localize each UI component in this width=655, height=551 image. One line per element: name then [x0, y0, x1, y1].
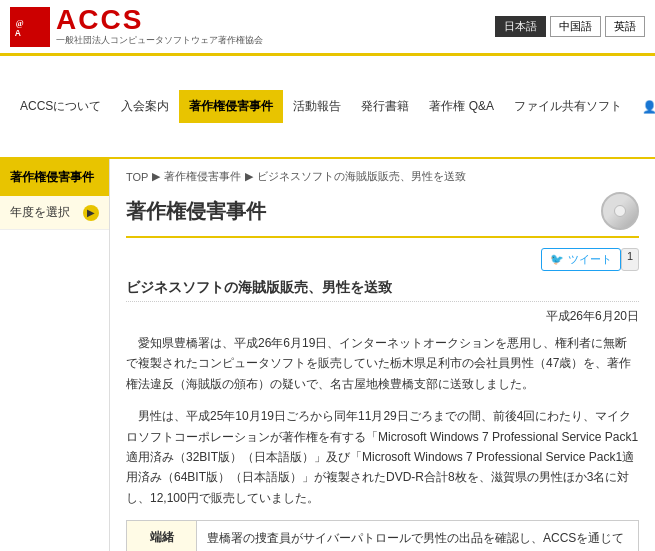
cd-icon [601, 192, 639, 230]
article-body-2: 男性は、平成25年10月19日ごろから同年11月29日ごろまでの間、前後4回にわ… [126, 406, 639, 508]
page-title-area: 著作権侵害事件 [126, 192, 639, 238]
main-content: TOP ▶ 著作権侵害事件 ▶ ビジネスソフトの海賊版販売、男性を送致 著作権侵… [110, 159, 655, 551]
twitter-icon: 🐦 [550, 253, 564, 266]
article-body-1: 愛知県豊橋署は、平成26年6月19日、インターネットオークションを悪用し、権利者… [126, 333, 639, 394]
lang-japanese-button[interactable]: 日本語 [495, 16, 546, 37]
content-area: 著作権侵害事件 年度を選択 ▶ TOP ▶ 著作権侵害事件 ▶ ビジネスソフトの… [0, 159, 655, 551]
nav-item-copyright[interactable]: 著作権侵害事件 [179, 90, 283, 123]
article-heading: ビジネスソフトの海賊版販売、男性を送致 [126, 279, 639, 302]
table-label-0: 端緒 [127, 521, 197, 551]
article-date: 平成26年6月20日 [126, 308, 639, 325]
breadcrumb-top[interactable]: TOP [126, 171, 148, 183]
sidebar-year-label: 年度を選択 [10, 204, 70, 221]
lang-english-button[interactable]: 英語 [605, 16, 645, 37]
logo-icon: @ A [10, 7, 50, 47]
tweet-button[interactable]: 🐦 ツイート [541, 248, 621, 271]
sidebar-year-select[interactable]: 年度を選択 ▶ [0, 196, 109, 230]
tweet-count: 1 [621, 248, 639, 271]
logo-accs: ACCS [56, 6, 263, 34]
lang-chinese-button[interactable]: 中国語 [550, 16, 601, 37]
tweet-area: 🐦 ツイート 1 [126, 248, 639, 271]
sidebar-main-item[interactable]: 著作権侵害事件 [0, 159, 109, 196]
breadcrumb: TOP ▶ 著作権侵害事件 ▶ ビジネスソフトの海賊版販売、男性を送致 [126, 169, 639, 184]
nav-item-about[interactable]: ACCSについて [10, 90, 111, 123]
sidebar: 著作権侵害事件 年度を選択 ▶ [0, 159, 110, 551]
language-selector: 日本語 中国語 英語 [495, 16, 645, 37]
svg-text:A: A [15, 27, 21, 37]
logo-area: @ A ACCS 一般社団法人コンピュータソフトウェア著作権協会 [10, 6, 263, 47]
svg-text:@: @ [16, 18, 24, 28]
tweet-label: ツイート [568, 252, 612, 267]
nav-item-books[interactable]: 発行書籍 [351, 90, 419, 123]
logo-subtitle: 一般社団法人コンピュータソフトウェア著作権協会 [56, 34, 263, 47]
sidebar-arrow-icon: ▶ [83, 205, 99, 221]
member-icon: 👤 [642, 100, 655, 114]
table-value-0: 豊橋署の捜査員がサイバーパトロールで男性の出品を確認し、ACCSを通じて権利者に… [197, 521, 639, 551]
breadcrumb-copyright[interactable]: 著作権侵害事件 [164, 169, 241, 184]
table-row: 端緒 豊橋署の捜査員がサイバーパトロールで男性の出品を確認し、ACCSを通じて権… [127, 521, 639, 551]
nav-bar: ACCSについて 入会案内 著作権侵害事件 活動報告 発行書籍 著作権 Q&A … [0, 56, 655, 159]
nav-item-join[interactable]: 入会案内 [111, 90, 179, 123]
logo-text-area: ACCS 一般社団法人コンピュータソフトウェア著作権協会 [56, 6, 263, 47]
nav-item-fileshare[interactable]: ファイル共有ソフト [504, 90, 632, 123]
nav-member-page[interactable]: 👤 会員ページ [632, 56, 655, 157]
breadcrumb-current: ビジネスソフトの海賊版販売、男性を送致 [257, 169, 466, 184]
page-title-text: 著作権侵害事件 [126, 198, 266, 225]
info-table: 端緒 豊橋署の捜査員がサイバーパトロールで男性の出品を確認し、ACCSを通じて権… [126, 520, 639, 551]
nav-item-qa[interactable]: 著作権 Q&A [419, 90, 504, 123]
breadcrumb-sep2: ▶ [245, 170, 253, 183]
breadcrumb-sep1: ▶ [152, 170, 160, 183]
header: @ A ACCS 一般社団法人コンピュータソフトウェア著作権協会 日本語 中国語… [0, 0, 655, 56]
nav-item-activities[interactable]: 活動報告 [283, 90, 351, 123]
